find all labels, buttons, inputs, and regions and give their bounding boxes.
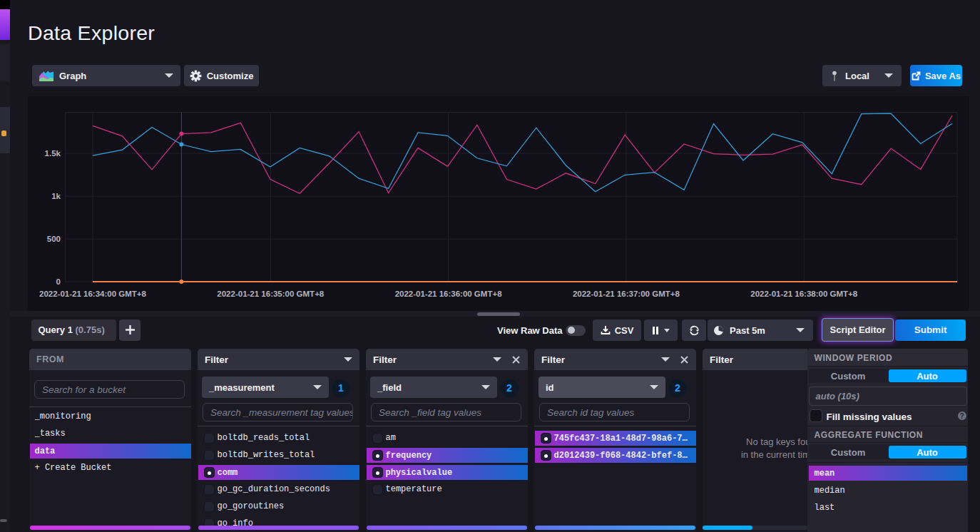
svg-text:2022-01-21 16:35:00 GMT+8: 2022-01-21 16:35:00 GMT+8 — [217, 290, 325, 298]
svg-text:2022-01-21 16:36:00 GMT+8: 2022-01-21 16:36:00 GMT+8 — [395, 290, 503, 298]
svg-text:2022-01-21 16:37:00 GMT+8: 2022-01-21 16:37:00 GMT+8 — [573, 290, 680, 298]
svg-text:1k: 1k — [51, 192, 61, 200]
svg-text:1.5k: 1.5k — [45, 149, 61, 158]
svg-text:2022-01-21 16:38:00 GMT+8: 2022-01-21 16:38:00 GMT+8 — [750, 290, 858, 298]
svg-text:2022-01-21 16:34:00 GMT+8: 2022-01-21 16:34:00 GMT+8 — [39, 290, 147, 298]
svg-text:0: 0 — [56, 277, 61, 286]
svg-text:500: 500 — [47, 235, 61, 243]
